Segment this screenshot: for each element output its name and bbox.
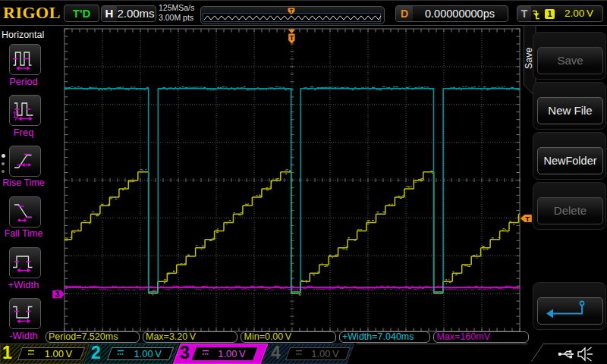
svg-text:T: T xyxy=(525,215,530,223)
svg-text:1/: 1/ xyxy=(13,111,20,119)
svg-text:3: 3 xyxy=(55,290,60,299)
svg-text:T: T xyxy=(289,33,294,42)
svg-text:T: T xyxy=(290,8,293,14)
